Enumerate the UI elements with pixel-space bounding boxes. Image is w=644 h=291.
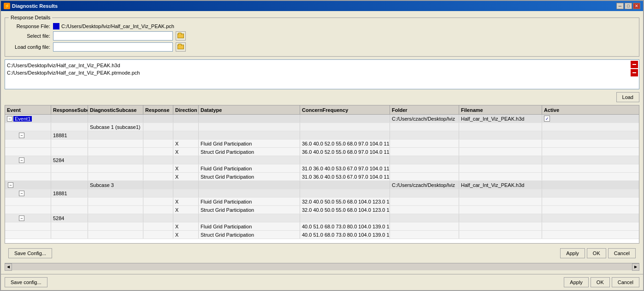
folder-icon-2 bbox=[177, 45, 184, 49]
cell-filename bbox=[459, 156, 542, 164]
delete-icon-2[interactable] bbox=[631, 69, 638, 76]
cell-concern-freq: 40.0 51.0 68.0 73.0 80.0 104.0 139.0 176… bbox=[300, 222, 390, 230]
active-checkbox[interactable] bbox=[544, 116, 550, 122]
cell-filename bbox=[459, 123, 542, 131]
expand-icon[interactable]: − bbox=[19, 133, 24, 138]
cell-folder bbox=[390, 214, 459, 222]
load-config-browse-button[interactable] bbox=[176, 42, 186, 52]
load-button-row: Load bbox=[5, 92, 639, 102]
grid-row[interactable]: − 18881 bbox=[5, 189, 639, 198]
cell-filename bbox=[459, 148, 542, 156]
cell-response bbox=[143, 206, 173, 214]
window-title: Diagnostic Results bbox=[12, 3, 58, 9]
title-bar-left: ⚡ Diagnostic Results bbox=[4, 3, 58, 9]
cell-concern-freq bbox=[300, 181, 390, 189]
cell-datatype: Fluid Grid Participation bbox=[199, 198, 300, 205]
event-label: Event1 bbox=[13, 116, 32, 122]
cancel-button-1[interactable]: Cancel bbox=[608, 248, 636, 258]
expand-icon[interactable]: − bbox=[8, 182, 13, 188]
cell-direction bbox=[173, 214, 199, 222]
maximize-button[interactable]: □ bbox=[625, 3, 632, 9]
cell-event bbox=[5, 198, 51, 205]
col-header-active: Active bbox=[542, 105, 567, 114]
load-config-label: Load config file: bbox=[9, 44, 50, 50]
col-header-response: Response bbox=[143, 105, 173, 114]
load-config-input[interactable] bbox=[53, 42, 173, 52]
ok-button-2[interactable]: OK bbox=[591, 277, 610, 287]
cell-datatype bbox=[199, 115, 300, 122]
cell-folder bbox=[390, 231, 459, 239]
cell-event bbox=[5, 173, 51, 180]
cell-response bbox=[143, 148, 173, 156]
save-config-button-2[interactable]: Save config... bbox=[5, 277, 47, 287]
grid-row[interactable]: X Struct Grid Participation 36.0 40.0 52… bbox=[5, 148, 639, 156]
close-button[interactable]: ✕ bbox=[633, 3, 640, 9]
grid-row[interactable]: X Fluid Grid Participation 40.0 51.0 68.… bbox=[5, 222, 639, 231]
cell-concern-freq: 40.0 51.0 68.0 73.0 80.0 104.0 139.0 176… bbox=[300, 231, 390, 239]
scroll-right-arrow[interactable]: ▶ bbox=[632, 263, 639, 271]
bottom-bar-2: Save config... Apply OK Cancel bbox=[1, 274, 643, 290]
grid-row[interactable]: − Event1 C:/Users/czach/Desktop/lviz Hal… bbox=[5, 115, 639, 123]
save-config-button-1[interactable]: Save Config... bbox=[8, 248, 52, 258]
cell-response bbox=[143, 222, 173, 230]
cell-diagnostic-subcase bbox=[88, 222, 143, 230]
load-button[interactable]: Load bbox=[616, 92, 639, 102]
horizontal-scrollbar[interactable]: ◀ ▶ bbox=[5, 263, 639, 270]
col-header-direction: Direction bbox=[173, 105, 199, 114]
col-header-datatype: Datatype bbox=[199, 105, 300, 114]
grid-row[interactable]: Subcase 1 (subcase1) bbox=[5, 123, 639, 131]
cell-filename bbox=[459, 173, 542, 180]
cell-diagnostic-subcase bbox=[88, 156, 143, 164]
scroll-left-arrow[interactable]: ◀ bbox=[5, 263, 12, 271]
grid-row[interactable]: − 5284 bbox=[5, 156, 639, 164]
response-file-label: Response File: bbox=[9, 23, 50, 29]
cell-direction bbox=[173, 181, 199, 189]
bottom-left-1: Save Config... bbox=[8, 248, 52, 258]
expand-icon[interactable]: − bbox=[19, 157, 24, 163]
apply-button-2[interactable]: Apply bbox=[564, 277, 589, 287]
select-file-browse-button[interactable] bbox=[176, 31, 186, 41]
apply-button-1[interactable]: Apply bbox=[560, 248, 585, 258]
cell-filename bbox=[459, 231, 542, 239]
cell-event bbox=[5, 206, 51, 214]
minimize-button[interactable]: ─ bbox=[616, 3, 624, 9]
grid-row[interactable]: X Struct Grid Participation 32.0 40.0 50… bbox=[5, 206, 639, 214]
cell-diagnostic-subcase bbox=[88, 140, 143, 147]
cell-datatype: Struct Grid Participation bbox=[199, 206, 300, 214]
cell-event: − Event1 bbox=[5, 115, 51, 122]
cell-concern-freq bbox=[300, 189, 390, 197]
cell-diagnostic-subcase bbox=[88, 206, 143, 214]
cell-direction: X bbox=[173, 148, 199, 156]
grid-row[interactable]: X Struct Grid Participation 40.0 51.0 68… bbox=[5, 231, 639, 239]
grid-row[interactable]: − 18881 bbox=[5, 131, 639, 140]
bottom-left-2: Save config... bbox=[5, 277, 47, 287]
select-file-label: Select file: bbox=[9, 33, 50, 39]
cell-event: − bbox=[5, 131, 51, 139]
cell-folder bbox=[390, 222, 459, 230]
cell-event bbox=[5, 231, 51, 239]
response-file-row: Response File: C:/Users/Desktop/lviz/Hal… bbox=[9, 23, 635, 29]
expand-icon[interactable]: − bbox=[19, 191, 24, 196]
cell-response-subcase: 18881 bbox=[51, 131, 88, 139]
expand-icon[interactable]: − bbox=[19, 215, 24, 221]
cell-response-subcase: 5284 bbox=[51, 214, 88, 222]
grid-row[interactable]: X Struct Grid Participation 31.0 36.0 40… bbox=[5, 173, 639, 181]
select-file-input[interactable] bbox=[53, 31, 173, 41]
expand-icon[interactable]: − bbox=[7, 116, 12, 122]
cell-direction: X bbox=[173, 173, 199, 180]
cell-diagnostic-subcase bbox=[88, 198, 143, 205]
grid-row[interactable]: X Fluid Grid Participation 32.0 40.0 50.… bbox=[5, 198, 639, 206]
response-details-group: Response Details Response File: C:/Users… bbox=[5, 15, 639, 57]
grid-row[interactable]: − 5284 bbox=[5, 214, 639, 222]
cell-diagnostic-subcase bbox=[88, 164, 143, 172]
cancel-button-2[interactable]: Cancel bbox=[612, 277, 639, 287]
response-file-path: C:/Users/Desktop/lviz/Half_car_Int_Viz_P… bbox=[61, 23, 174, 29]
grid-row[interactable]: − Subcase 3 C:/Users/czach/Desktop/lviz … bbox=[5, 181, 639, 189]
ok-button-1[interactable]: OK bbox=[587, 248, 606, 258]
grid-row[interactable]: X Fluid Grid Participation 31.0 36.0 40.… bbox=[5, 164, 639, 173]
cell-filename bbox=[459, 198, 542, 205]
delete-icon-1[interactable] bbox=[631, 61, 638, 68]
cell-response-subcase: 5284 bbox=[51, 156, 88, 164]
grid-row[interactable]: X Fluid Grid Participation 36.0 40.0 52.… bbox=[5, 140, 639, 148]
delete-icons bbox=[631, 61, 638, 76]
